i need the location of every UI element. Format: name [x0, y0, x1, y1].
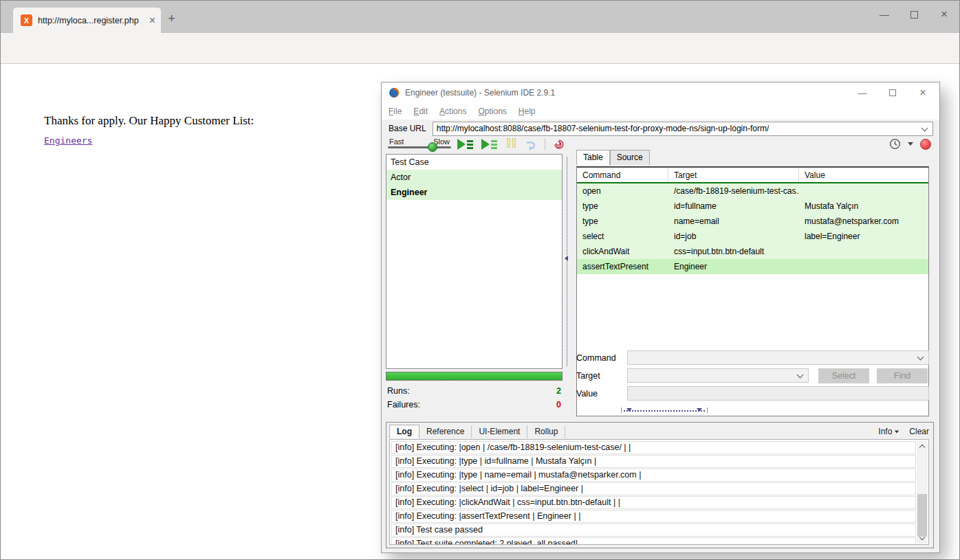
chevron-down-icon — [797, 372, 804, 379]
cell-command: select — [577, 229, 668, 244]
log-line: [info] Test case passed — [391, 524, 916, 537]
engineers-link[interactable]: Engineers — [44, 135, 92, 146]
step-button[interactable] — [525, 139, 536, 150]
tab-close-icon[interactable]: × — [149, 15, 155, 26]
schedule-caret-icon[interactable] — [908, 142, 913, 146]
value-input[interactable] — [627, 386, 929, 401]
pause-button[interactable] — [505, 138, 516, 150]
scrollbar-thumb[interactable] — [917, 494, 927, 537]
ide-menu-item[interactable]: File — [389, 107, 402, 116]
find-button[interactable]: Find — [877, 368, 928, 383]
base-url-combobox[interactable]: http://mylocalhost:8088/case/fb-18807-se… — [433, 122, 933, 136]
command-table-row[interactable]: clickAndWait css=input.btn.btn-default — [577, 244, 928, 259]
log-panel-tab[interactable]: UI-Element — [472, 425, 527, 438]
vertical-splitter[interactable] — [564, 154, 570, 369]
test-case-header: Test Case — [386, 155, 562, 170]
cell-command: open — [577, 183, 668, 199]
test-case-panel: Test Case Actor Engineer — [386, 154, 563, 369]
ide-menu-item[interactable]: Actions — [439, 107, 466, 116]
xampp-favicon-icon: X — [21, 14, 32, 26]
horizontal-splitter[interactable] — [624, 410, 705, 416]
log-panel-tab[interactable]: Log — [389, 425, 419, 438]
base-url-row: Base URL http://mylocalhost:8088/case/fb… — [382, 120, 939, 137]
cell-target: css=input.btn.btn-default — [668, 244, 799, 259]
rollup-spiral-icon — [554, 139, 565, 150]
slider-knob[interactable] — [428, 142, 437, 152]
command-table-row[interactable]: select id=job label=Engineer — [577, 229, 928, 244]
ide-menu-item[interactable]: Options — [478, 107, 506, 116]
speed-fast-label: Fast — [389, 137, 404, 146]
info-filter-button[interactable]: Info — [878, 427, 899, 436]
command-table-row[interactable]: type name=email mustafa@netsparker.com — [577, 214, 928, 229]
ide-maximize-icon[interactable] — [889, 89, 896, 96]
runs-label: Runs: — [387, 386, 410, 396]
log-line: [info] Executing: |select | id=job | lab… — [391, 482, 916, 495]
runs-value: 2 — [556, 386, 561, 396]
cell-value: mustafa@netsparker.com — [799, 214, 928, 229]
log-line: [info] Executing: |assertTextPresent | E… — [391, 510, 916, 523]
chevron-down-icon — [917, 354, 924, 361]
schedule-button[interactable] — [889, 138, 901, 150]
log-line: [info] Executing: |clickAndWait | css=in… — [391, 496, 916, 509]
target-field-label: Target — [576, 371, 600, 381]
minimize-icon[interactable]: — — [879, 9, 890, 20]
navigation-toolbar: i mylocalhost:8088/case/fb-18819-seleniu… — [1, 33, 959, 64]
log-line: [info] Test suite completed: 2 played, a… — [391, 537, 916, 545]
cell-value: label=Engineer — [799, 229, 928, 244]
clock-icon — [889, 138, 901, 150]
collapse-left-icon[interactable] — [565, 256, 568, 261]
test-case-item[interactable]: Engineer — [386, 185, 562, 200]
command-table-row[interactable]: assertTextPresent Engineer — [577, 259, 928, 274]
step-arrow-icon — [525, 139, 536, 150]
cell-target: id=fullname — [668, 199, 799, 214]
log-panel-tab[interactable]: Rollup — [527, 425, 565, 438]
speed-slider[interactable]: Fast Slow — [388, 137, 451, 153]
page-heading: Thanks for apply. Our Happy Customer Lis… — [44, 114, 254, 128]
play-test-suite-button[interactable] — [457, 138, 473, 150]
command-editor: Command Target Select Find Value — [576, 350, 929, 404]
cell-command: type — [577, 214, 668, 229]
scroll-up-icon[interactable] — [917, 440, 928, 451]
ide-menubar: FileEditActionsOptionsHelp — [382, 103, 939, 120]
cell-command: assertTextPresent — [577, 259, 668, 274]
new-tab-button[interactable]: + — [168, 12, 175, 25]
command-panel: Table Source Command Target Value open /… — [571, 154, 934, 427]
cell-target: id=job — [668, 229, 799, 244]
cell-value — [799, 259, 928, 274]
tab-source[interactable]: Source — [610, 150, 650, 165]
test-case-item[interactable]: Actor — [386, 170, 562, 185]
chevron-down-icon[interactable] — [921, 124, 928, 131]
command-table-row[interactable]: type id=fullname Mustafa Yalçın — [577, 199, 928, 214]
command-table-row[interactable]: open /case/fb-18819-selenium-test-cas... — [577, 183, 928, 199]
command-combobox[interactable] — [627, 350, 929, 365]
play-test-case-button[interactable] — [481, 138, 497, 150]
target-combobox[interactable] — [627, 368, 809, 383]
cell-target: Engineer — [668, 259, 799, 274]
ide-menu-item[interactable]: Edit — [413, 107, 428, 116]
record-button[interactable] — [920, 139, 931, 150]
log-panel-tab[interactable]: Reference — [419, 425, 472, 438]
ide-toolbar: Fast Slow — [382, 137, 939, 154]
base-url-label: Base URL — [389, 124, 426, 133]
clear-log-button[interactable]: Clear — [909, 427, 929, 436]
tab-title: http://myloca...register.php — [38, 16, 145, 25]
ide-menu-item[interactable]: Help — [519, 107, 536, 116]
select-button[interactable]: Select — [818, 368, 869, 383]
maximize-icon[interactable] — [910, 11, 918, 19]
cell-target: /case/fb-18819-selenium-test-cas... — [668, 183, 799, 199]
progress-bar — [386, 372, 563, 381]
cell-value — [799, 183, 928, 199]
log-line: [info] Executing: |open | /case/fb-18819… — [391, 441, 916, 454]
failures-value: 0 — [556, 400, 561, 410]
rollup-button[interactable] — [554, 139, 565, 150]
cell-target: name=email — [668, 214, 799, 229]
slider-track[interactable] — [388, 146, 451, 148]
close-icon[interactable]: × — [939, 8, 950, 21]
tab-table[interactable]: Table — [576, 150, 610, 165]
command-field-label: Command — [576, 353, 616, 363]
browser-tab[interactable]: X http://myloca...register.php × — [13, 8, 161, 33]
ide-minimize-icon[interactable]: — — [857, 88, 868, 98]
log-scrollbar[interactable] — [917, 440, 928, 544]
ide-close-icon[interactable]: × — [917, 87, 928, 99]
scroll-down-icon[interactable] — [917, 533, 928, 544]
